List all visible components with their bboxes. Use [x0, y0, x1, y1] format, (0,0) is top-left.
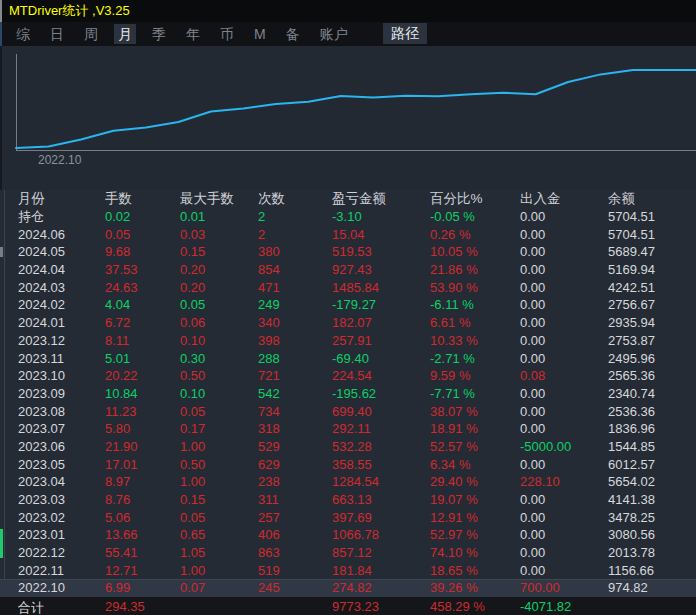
cell-cash: 0.00: [520, 421, 608, 436]
menu-item-summary[interactable]: 综: [12, 24, 34, 44]
cell-pct: 18.91 %: [430, 421, 520, 436]
cell-cash: 0.00: [520, 404, 608, 419]
cell-month: 2022.10: [18, 580, 105, 595]
menu-item-yearly[interactable]: 年: [182, 24, 204, 44]
cell-balance: 4141.38: [608, 492, 696, 507]
cell-cash: 0.00: [520, 563, 608, 578]
cell-balance: 1836.96: [608, 421, 696, 436]
table-row-2023.12[interactable]: 2023.128.110.10398257.9110.33 %0.002753.…: [0, 332, 696, 350]
table-row-2024.06[interactable]: 2024.060.050.03215.040.26 %0.005704.51: [0, 225, 696, 243]
menu-item-account[interactable]: 账户: [316, 24, 352, 44]
cell-lots: 5.80: [105, 421, 180, 436]
cell-count: 398: [258, 333, 332, 348]
table-row-持仓[interactable]: 持仓0.020.012-3.10-0.05 %0.005704.51: [0, 208, 696, 226]
stats-table: 月份手数最大手数次数盈亏金额百分比%出入金余额持仓0.020.012-3.10-…: [0, 190, 696, 615]
table-row-2024.04[interactable]: 2024.0437.530.20854927.4321.86 %0.005169…: [0, 261, 696, 279]
cell-cash: 0.00: [520, 244, 608, 259]
cell-pnl: 1485.84: [332, 280, 430, 295]
menu-item-currency[interactable]: 币: [216, 24, 238, 44]
cell-pct: 0.26 %: [430, 227, 520, 242]
menu-item-quarterly[interactable]: 季: [148, 24, 170, 44]
cell-month: 合计: [18, 599, 105, 615]
cell-month: 2023.09: [18, 386, 105, 401]
table-row-2022.12[interactable]: 2022.1255.411.05863857.1274.10 %0.002013…: [0, 544, 696, 562]
cell-lots: 8.97: [105, 474, 180, 489]
cell-pct: 53.90 %: [430, 280, 520, 295]
menu-item-daily[interactable]: 日: [46, 24, 68, 44]
cell-pnl: 224.54: [332, 368, 430, 383]
menu-item-memo[interactable]: 备: [282, 24, 304, 44]
cell-pnl: 927.43: [332, 262, 430, 277]
header-balance: 余额: [608, 190, 696, 208]
cell-pnl: 532.28: [332, 439, 430, 454]
cell-count: 249: [258, 297, 332, 312]
cell-balance: 5654.02: [608, 474, 696, 489]
cell-count: 854: [258, 262, 332, 277]
cell-pct: 74.10 %: [430, 545, 520, 560]
cell-pnl: -69.40: [332, 351, 430, 366]
cell-max_lots: 0.05: [180, 510, 258, 525]
table-row-total[interactable]: 合计294.359773.23458.29 %-4071.82: [0, 597, 696, 615]
equity-chart: 2022.10: [0, 46, 696, 190]
table-row-2023.06[interactable]: 2023.0621.901.00529532.2852.57 %-5000.00…: [0, 438, 696, 456]
table-row-2023.03[interactable]: 2023.038.760.15311663.1319.07 %0.004141.…: [0, 491, 696, 509]
table-row-2024.05[interactable]: 2024.059.680.15380519.5310.05 %0.005689.…: [0, 243, 696, 261]
cell-max_lots: 0.50: [180, 368, 258, 383]
cell-month: 2023.03: [18, 492, 105, 507]
table-row-2023.01[interactable]: 2023.0113.660.654061066.7852.97 %0.00308…: [0, 526, 696, 544]
cell-pnl: 257.91: [332, 333, 430, 348]
table-row-2023.10[interactable]: 2023.1020.220.50721224.549.59 %0.082565.…: [0, 367, 696, 385]
cell-balance: 3080.56: [608, 527, 696, 542]
header-pct: 百分比%: [430, 190, 520, 208]
path-button[interactable]: 路径: [383, 23, 427, 44]
table-row-2023.08[interactable]: 2023.0811.230.05734699.4038.07 %0.002536…: [0, 402, 696, 420]
cell-count: 721: [258, 368, 332, 383]
cell-cash: -5000.00: [520, 439, 608, 454]
title-bar: MTDriver统计 ,V3.25: [0, 0, 696, 22]
cell-cash: 228.10: [520, 474, 608, 489]
cell-lots: 5.06: [105, 510, 180, 525]
table-row-2024.01[interactable]: 2024.016.720.06340182.076.61 %0.002935.9…: [0, 314, 696, 332]
cell-pct: 39.26 %: [430, 580, 520, 595]
cell-count: 542: [258, 386, 332, 401]
cell-pct: 10.33 %: [430, 333, 520, 348]
cell-lots: 4.04: [105, 297, 180, 312]
cell-cash: 0.00: [520, 209, 608, 224]
cell-pnl: 358.55: [332, 457, 430, 472]
cell-cash: 0.00: [520, 351, 608, 366]
cell-cash: 0.00: [520, 510, 608, 525]
cell-max_lots: 0.30: [180, 351, 258, 366]
cell-pct: 38.07 %: [430, 404, 520, 419]
menu-item-weekly[interactable]: 周: [80, 24, 102, 44]
table-row-2023.09[interactable]: 2023.0910.840.10542-195.62-7.71 %0.00234…: [0, 385, 696, 403]
cell-pct: 9.59 %: [430, 368, 520, 383]
equity-line: [16, 70, 696, 148]
cell-cash: 0.08: [520, 368, 608, 383]
table-row-2022.11[interactable]: 2022.1112.711.00519181.8418.65 %0.001156…: [0, 561, 696, 579]
menu-item-m[interactable]: M: [250, 24, 270, 44]
cell-balance: 2565.36: [608, 368, 696, 383]
cell-max_lots: 1.05: [180, 545, 258, 560]
table-row-2023.11[interactable]: 2023.115.010.30288-69.40-2.71 %0.002495.…: [0, 349, 696, 367]
equity-chart-svg: [0, 46, 696, 190]
cell-pnl: 857.12: [332, 545, 430, 560]
cell-month: 持仓: [18, 208, 105, 226]
table-row-2022.10[interactable]: 2022.106.990.07245274.8239.26 %700.00974…: [0, 579, 696, 597]
cell-pnl: 9773.23: [332, 599, 430, 614]
table-row-2024.02[interactable]: 2024.024.040.05249-179.27-6.11 %0.002756…: [0, 296, 696, 314]
cell-count: 380: [258, 244, 332, 259]
cell-pct: 18.65 %: [430, 563, 520, 578]
header-month: 月份: [18, 190, 105, 208]
menu-item-monthly[interactable]: 月: [114, 24, 136, 44]
cell-month: 2023.08: [18, 404, 105, 419]
table-row-2023.02[interactable]: 2023.025.060.05257397.6912.91 %0.003478.…: [0, 508, 696, 526]
table-row-2023.05[interactable]: 2023.0517.010.50629358.556.34 %0.006012.…: [0, 455, 696, 473]
table-row-2023.04[interactable]: 2023.048.971.002381284.5429.40 %228.1056…: [0, 473, 696, 491]
table-row-2024.03[interactable]: 2024.0324.630.204711485.8453.90 %0.00424…: [0, 278, 696, 296]
cell-balance: 2536.36: [608, 404, 696, 419]
cell-cash: 0.00: [520, 457, 608, 472]
table-row-2023.07[interactable]: 2023.075.800.17318292.1118.91 %0.001836.…: [0, 420, 696, 438]
cell-month: 2024.05: [18, 244, 105, 259]
cell-pct: 6.61 %: [430, 315, 520, 330]
cell-count: 629: [258, 457, 332, 472]
